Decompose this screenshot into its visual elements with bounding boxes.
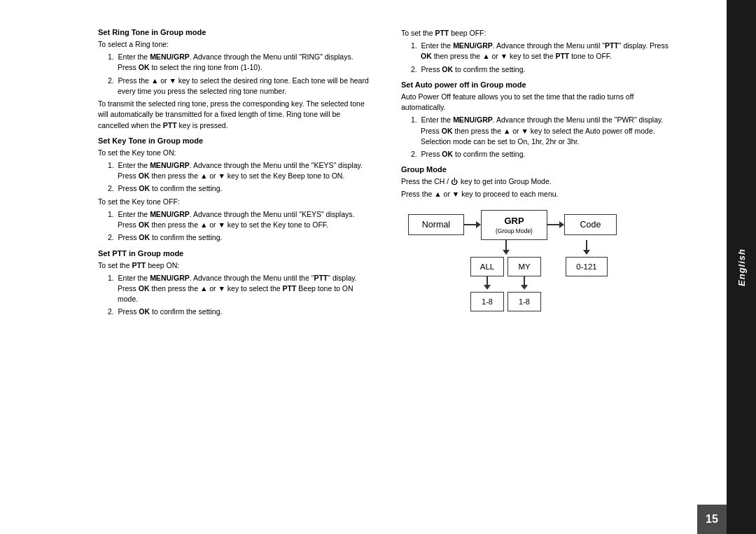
section-ptt-off: To set the PTT beep OFF: 1. Enter the ME… <box>401 28 676 75</box>
code-vert-line <box>586 240 587 250</box>
section-ring-tone-title: Set Ring Tone in Group mode <box>98 28 373 36</box>
ptt-off-step1: 1. Enter the MENU/GRP. Advance through t… <box>411 41 676 62</box>
range-label: 0-121 <box>576 262 596 271</box>
ring-tone-step2: 2. Press the ▲ or ▼ key to select the de… <box>108 76 373 97</box>
sub2-label: 1-8 <box>519 297 530 306</box>
all-branch: ALL 1-8 <box>470 257 504 311</box>
grp-sublabel: (Group Mode) <box>496 227 533 234</box>
ring-tone-step1: 1. Enter the MENU/GRP. Advance through t… <box>108 52 373 73</box>
left-column: Set Ring Tone in Group mode To select a … <box>98 28 384 513</box>
grp-arrow-down <box>503 250 510 255</box>
section-key-tone-title: Set Key Tone in Group mode <box>98 136 373 145</box>
group-mode-line1: Press the CH / ⏻ key to get into Group M… <box>401 176 676 187</box>
sub1-label: 1-8 <box>482 297 493 306</box>
key-tone-off-step2: 2. Press OK to confirm the setting. <box>108 232 373 243</box>
diagram-my-box: MY <box>507 257 541 276</box>
diagram-sub2-box: 1-8 <box>507 292 541 311</box>
all-label: ALL <box>480 262 494 271</box>
key-tone-off-intro: To set the Key tone OFF: <box>98 197 373 207</box>
code-arrow-down <box>583 250 590 255</box>
ptt-on-intro: To set the PTT beep ON: <box>98 260 373 271</box>
diagram-sub1-box: 1-8 <box>470 292 504 311</box>
my-branch: MY 1-8 <box>507 257 541 311</box>
section-ring-tone: Set Ring Tone in Group mode To select a … <box>98 28 373 131</box>
auto-power-step1: 1. Enter the MENU/GRP. Advance through t… <box>411 115 676 147</box>
english-label: English <box>736 248 747 286</box>
ptt-off-intro: To set the PTT beep OFF: <box>401 28 676 38</box>
ptt-on-step1: 1. Enter the MENU/GRP. Advance through t… <box>108 273 373 305</box>
diagram-normal-box: Normal <box>408 214 464 235</box>
all-arrow-down <box>484 285 491 290</box>
page-number: 15 <box>706 513 718 526</box>
normal-label: Normal <box>422 220 450 230</box>
grp-label: GRP <box>504 216 524 226</box>
diagram-range-box: 0-121 <box>566 257 608 276</box>
group-mode-line2: Press the ▲ or ▼ key to proceed to each … <box>401 189 676 199</box>
content-area: Set Ring Tone in Group mode To select a … <box>0 0 697 534</box>
key-tone-off-step1: 1. Enter the MENU/GRP. Advance through t… <box>108 209 373 230</box>
section-group-mode: Group Mode Press the CH / ⏻ key to get i… <box>401 165 676 199</box>
diagram-row-top: Normal GRP (Group Mode) <box>408 210 617 240</box>
group-mode-diagram: Normal GRP (Group Mode) <box>408 210 676 311</box>
diagram-row-branches: ALL 1-8 MY <box>464 240 608 311</box>
auto-power-step2: 2. Press OK to confirm the setting. <box>411 149 676 160</box>
section-ptt: Set PTT in Group mode To set the PTT bee… <box>98 249 373 318</box>
auto-power-desc: Auto Power Off feature allows you to set… <box>401 92 676 113</box>
diagram-all-box: ALL <box>470 257 504 276</box>
section-key-tone: Set Key Tone in Group mode To set the Ke… <box>98 136 373 244</box>
code-label: Code <box>580 220 601 230</box>
grp-vert-line <box>505 240 507 250</box>
page-container: English 15 Set Ring Tone in Group mode T… <box>0 0 756 534</box>
ring-tone-extra: To transmit the selected ring tone, pres… <box>98 99 373 131</box>
section-group-mode-title: Group Mode <box>401 165 676 174</box>
key-tone-on-step2: 2. Press OK to confirm the setting. <box>108 183 373 194</box>
section-ptt-title: Set PTT in Group mode <box>98 249 373 258</box>
section-auto-power: Set Auto power off in Group mode Auto Po… <box>401 80 676 160</box>
arrow2 <box>547 221 564 228</box>
all-my-row: ALL 1-8 MY <box>470 257 541 311</box>
diagram-code-box: Code <box>564 214 617 235</box>
key-tone-on-intro: To set the Key tone ON: <box>98 148 373 158</box>
sidebar-english: English <box>727 0 756 534</box>
right-column: To set the PTT beep OFF: 1. Enter the ME… <box>398 28 676 513</box>
diagram-grp-box: GRP (Group Mode) <box>481 210 547 240</box>
code-branch: 0-121 <box>566 240 608 276</box>
my-arrow-down <box>521 285 528 290</box>
page-number-box: 15 <box>697 505 727 534</box>
arrow1 <box>464 221 481 228</box>
my-vert <box>524 276 525 285</box>
ring-tone-intro: To select a Ring tone: <box>98 39 373 50</box>
ptt-off-step2: 2. Press OK to confirm the setting. <box>411 64 676 75</box>
section-auto-power-title: Set Auto power off in Group mode <box>401 80 676 89</box>
ptt-on-step2: 2. Press OK to confirm the setting. <box>108 307 373 317</box>
all-vert <box>486 276 488 285</box>
my-label: MY <box>518 262 530 271</box>
grp-branch: ALL 1-8 MY <box>470 240 541 311</box>
key-tone-on-step1: 1. Enter the MENU/GRP. Advance through t… <box>108 160 373 181</box>
